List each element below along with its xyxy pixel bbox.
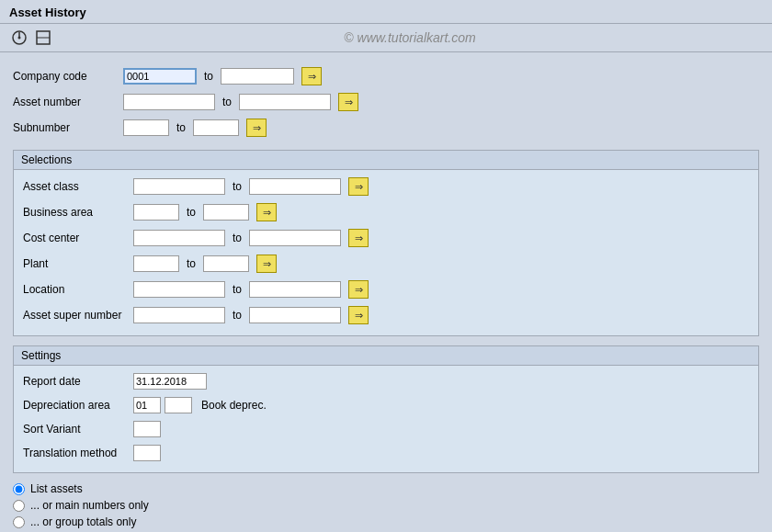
company-code-label: Company code: [13, 70, 123, 83]
business-area-to-input[interactable]: [203, 204, 249, 221]
asset-super-number-row: Asset super number to ⇒: [23, 304, 749, 326]
location-to-input[interactable]: [249, 281, 341, 298]
asset-number-to-input[interactable]: [239, 94, 331, 110]
asset-class-row: Asset class to ⇒: [23, 175, 749, 198]
plant-arrow-btn[interactable]: ⇒: [256, 255, 277, 273]
subnumber-arrow-btn[interactable]: ⇒: [246, 119, 267, 137]
location-row: Location to ⇒: [23, 278, 749, 300]
company-code-row: Company code to ⇒: [13, 65, 759, 87]
cost-center-to: to: [233, 232, 242, 244]
plant-to: to: [187, 257, 196, 270]
translation-method-label: Translation method: [23, 447, 133, 459]
selections-section: Selections Asset class to ⇒ Business are…: [13, 150, 759, 336]
selections-header: Selections: [14, 151, 758, 170]
asset-super-number-to-input[interactable]: [249, 307, 341, 323]
plant-from-input[interactable]: [133, 255, 179, 272]
toolbar-icon-2[interactable]: [33, 28, 53, 48]
asset-class-from-input[interactable]: [133, 178, 225, 195]
location-label: Location: [23, 283, 133, 296]
depreciation-area-input[interactable]: [133, 397, 161, 413]
company-code-from-input[interactable]: [123, 68, 197, 85]
title-bar: Asset History: [0, 0, 772, 24]
subnumber-from-input[interactable]: [123, 119, 169, 136]
book-deprec-label: Book deprec.: [201, 399, 267, 412]
main-numbers-only-radio[interactable]: [13, 500, 25, 512]
depreciation-area-extra-input[interactable]: [165, 397, 192, 413]
settings-header: Settings: [14, 346, 758, 366]
translation-method-row: Translation method: [23, 443, 749, 463]
plant-label: Plant: [23, 257, 133, 270]
group-totals-only-radio[interactable]: [13, 516, 25, 528]
toolbar: © www.tutorialkart.com: [0, 24, 772, 52]
asset-super-number-arrow-btn[interactable]: ⇒: [348, 306, 369, 324]
report-date-row: Report date: [23, 371, 749, 391]
subnumber-label: Subnumber: [13, 121, 123, 134]
asset-number-row: Asset number to ⇒: [13, 91, 759, 113]
group-totals-only-label: ... or group totals only: [30, 515, 136, 528]
list-assets-radio[interactable]: [13, 483, 25, 495]
cost-center-to-input[interactable]: [249, 230, 341, 246]
list-assets-label: List assets: [30, 482, 83, 495]
asset-number-arrow-btn[interactable]: ⇒: [338, 93, 358, 111]
asset-super-number-from-input[interactable]: [133, 307, 225, 323]
location-to: to: [233, 283, 242, 296]
company-code-arrow-btn[interactable]: ⇒: [301, 67, 322, 85]
business-area-to: to: [187, 206, 196, 219]
radio-group: List assets ... or main numbers only ...…: [13, 482, 759, 528]
sort-variant-input[interactable]: [133, 421, 161, 437]
asset-class-label: Asset class: [23, 180, 133, 193]
plant-to-input[interactable]: [203, 255, 249, 272]
depreciation-area-label: Depreciation area: [23, 399, 133, 412]
cost-center-arrow-btn[interactable]: ⇒: [348, 229, 369, 247]
business-area-label: Business area: [23, 206, 133, 219]
asset-class-to: to: [233, 180, 242, 193]
toolbar-icon-1[interactable]: [9, 28, 29, 48]
plant-row: Plant to ⇒: [23, 253, 749, 275]
cost-center-from-input[interactable]: [133, 230, 225, 246]
depreciation-area-row: Depreciation area Book deprec.: [23, 395, 749, 415]
business-area-row: Business area to ⇒: [23, 201, 749, 223]
location-from-input[interactable]: [133, 281, 225, 298]
company-code-to-input[interactable]: [221, 68, 294, 85]
subnumber-to-label: to: [176, 121, 186, 134]
asset-super-number-label: Asset super number: [23, 309, 133, 322]
subnumber-row: Subnumber to ⇒: [13, 117, 759, 139]
business-area-arrow-btn[interactable]: ⇒: [256, 203, 277, 221]
main-numbers-only-label: ... or main numbers only: [30, 499, 149, 512]
list-assets-row: List assets: [13, 482, 759, 495]
translation-method-input[interactable]: [133, 445, 161, 461]
settings-section: Settings Report date Depreciation area B…: [13, 345, 759, 473]
settings-content: Report date Depreciation area Book depre…: [14, 366, 758, 472]
sort-variant-label: Sort Variant: [23, 423, 133, 436]
top-fields-section: Company code to ⇒ Asset number to ⇒ Subn…: [13, 62, 759, 150]
location-arrow-btn[interactable]: ⇒: [348, 280, 369, 299]
subnumber-to-input[interactable]: [193, 119, 239, 136]
main-numbers-only-row: ... or main numbers only: [13, 499, 759, 512]
cost-center-label: Cost center: [23, 232, 133, 244]
svg-point-2: [18, 37, 21, 40]
company-code-to-label: to: [204, 70, 213, 83]
asset-super-number-to: to: [233, 309, 242, 322]
main-content: Company code to ⇒ Asset number to ⇒ Subn…: [0, 52, 772, 532]
report-date-label: Report date: [23, 375, 133, 388]
asset-number-from-input[interactable]: [123, 94, 215, 110]
selections-content: Asset class to ⇒ Business area to ⇒ Cost…: [14, 170, 758, 335]
asset-number-to-label: to: [222, 96, 232, 108]
page-title: Asset History: [9, 6, 86, 19]
asset-class-to-input[interactable]: [249, 178, 341, 195]
group-totals-only-row: ... or group totals only: [13, 515, 759, 528]
cost-center-row: Cost center to ⇒: [23, 227, 749, 249]
asset-number-label: Asset number: [13, 96, 123, 108]
asset-class-arrow-btn[interactable]: ⇒: [348, 177, 369, 196]
business-area-from-input[interactable]: [133, 204, 179, 221]
report-date-input[interactable]: [133, 373, 207, 390]
depreciation-area-inputs: Book deprec.: [133, 397, 267, 413]
watermark: © www.tutorialkart.com: [57, 30, 763, 45]
sort-variant-row: Sort Variant: [23, 419, 749, 439]
